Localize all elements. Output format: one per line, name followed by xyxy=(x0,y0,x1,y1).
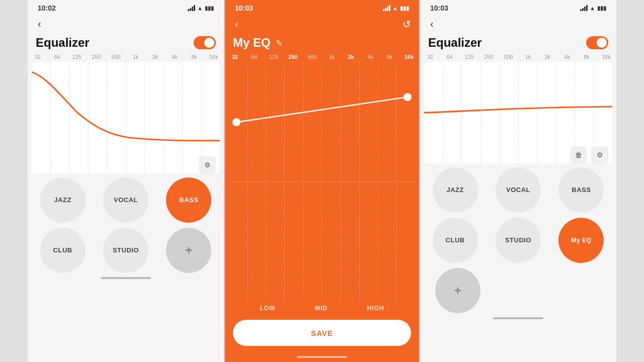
page-title-3: Equalizer xyxy=(428,36,482,50)
page-title-2: My EQ xyxy=(233,36,271,50)
status-icons-3: ▲ ▮▮▮ xyxy=(580,5,606,12)
battery-icon-2: ▮▮▮ xyxy=(400,5,409,12)
home-indicator-3 xyxy=(420,313,616,323)
nav-bar-2: ‹ ↺ xyxy=(225,14,419,36)
preset-bass-1[interactable]: BASS xyxy=(166,177,211,223)
status-time-2: 10:03 xyxy=(235,4,253,12)
battery-icon-1: ▮▮▮ xyxy=(205,5,214,12)
preset-club-1[interactable]: CLUB xyxy=(40,228,86,273)
status-bar-3: 10:03 ▲ ▮▮▮ xyxy=(420,0,616,14)
nav-bar-1: ‹ xyxy=(28,14,224,36)
reset-button-2[interactable]: ↺ xyxy=(403,18,411,30)
eq-chart-2[interactable] xyxy=(229,62,415,301)
center-line-2 xyxy=(229,182,415,182)
status-icons-2: ▲ ▮▮▮ xyxy=(383,5,409,12)
eq-mid-label: MID xyxy=(315,305,328,312)
save-area-2: SAVE xyxy=(225,316,419,352)
eq-high-label: HIGH xyxy=(367,305,384,312)
home-bar-2 xyxy=(297,356,347,358)
wifi-icon-3: ▲ xyxy=(590,5,595,11)
chart-grid-1 xyxy=(32,62,220,173)
wifi-icon-1: ▲ xyxy=(197,5,203,11)
home-indicator-1 xyxy=(28,273,224,283)
status-time-1: 10:02 xyxy=(38,4,56,12)
presets-area-3: JAZZ VOCAL BASS CLUB STUDIO My EQ + xyxy=(420,163,616,313)
home-bar-3 xyxy=(493,317,543,319)
signal-icon-3 xyxy=(580,5,588,11)
battery-icon-3: ▮▮▮ xyxy=(597,5,606,12)
add-preset-button-1[interactable]: + xyxy=(166,228,211,273)
presets-row1-1: JAZZ VOCAL BASS xyxy=(34,177,218,223)
eq-chart-3[interactable]: 🗑 ⚙ xyxy=(424,62,612,163)
eq-labels-2: LOW MID HIGH xyxy=(225,301,419,316)
screen2: 10:03 ▲ ▮▮▮ ‹ ↺ My EQ ✎ 32 64 125 250 50… xyxy=(224,0,420,362)
home-bar-1 xyxy=(101,277,151,279)
status-bar-1: 10:02 ▲ ▮▮▮ xyxy=(28,0,224,14)
eq-chart-1[interactable]: ⚙ xyxy=(32,62,220,173)
screen3: 10:03 ▲ ▮▮▮ ‹ Equalizer 32 64 125 250 50… xyxy=(420,0,616,362)
preset-jazz-1[interactable]: JAZZ xyxy=(40,177,86,223)
status-bar-2: 10:03 ▲ ▮▮▮ xyxy=(225,0,419,14)
freq-labels-2: 32 64 125 250 500 1k 2k 4k 8k 16k xyxy=(225,54,419,60)
presets-row2-3: CLUB STUDIO My EQ xyxy=(426,218,610,263)
back-button-3[interactable]: ‹ xyxy=(428,16,436,32)
back-button-1[interactable]: ‹ xyxy=(36,16,43,32)
chart-grid-3 xyxy=(424,62,612,163)
preset-bass-3[interactable]: BASS xyxy=(558,167,604,213)
nav-bar-3: ‹ xyxy=(420,14,616,36)
presets-row1-3: JAZZ VOCAL BASS xyxy=(426,167,610,213)
equalizer-toggle-3[interactable] xyxy=(586,36,608,49)
page-title-1: Equalizer xyxy=(36,36,90,50)
presets-row3-3: + xyxy=(426,268,610,313)
preset-studio-3[interactable]: STUDIO xyxy=(496,218,541,263)
presets-area-1: JAZZ VOCAL BASS CLUB STUDIO + xyxy=(28,173,224,273)
presets-row2-1: CLUB STUDIO + xyxy=(34,228,218,273)
equalizer-toggle-1[interactable] xyxy=(194,36,216,49)
edit-icon-2[interactable]: ✎ xyxy=(276,38,282,48)
preset-vocal-3[interactable]: VOCAL xyxy=(496,167,541,213)
freq-labels-1: 32 64 125 250 500 1k 2k 4k 8k 16k xyxy=(28,54,224,60)
screen1: 10:02 ▲ ▮▮▮ ‹ Equalizer 32 64 125 250 50… xyxy=(28,0,224,362)
wifi-icon-2: ▲ xyxy=(392,5,398,11)
preset-jazz-3[interactable]: JAZZ xyxy=(433,167,478,213)
status-icons-1: ▲ ▮▮▮ xyxy=(188,5,214,12)
home-indicator-2 xyxy=(225,352,419,362)
preset-studio-1[interactable]: STUDIO xyxy=(103,228,148,273)
add-preset-button-3[interactable]: + xyxy=(435,268,480,313)
eq-low-label: LOW xyxy=(260,305,275,312)
signal-icon-1 xyxy=(188,5,195,11)
freq-labels-3: 32 64 125 250 500 1k 2k 4k 8k 16k xyxy=(420,54,616,60)
save-button-2[interactable]: SAVE xyxy=(233,320,411,346)
preset-club-3[interactable]: CLUB xyxy=(433,218,478,263)
back-button-2[interactable]: ‹ xyxy=(233,16,240,32)
signal-icon-2 xyxy=(383,5,390,11)
status-time-3: 10:03 xyxy=(430,4,448,12)
preset-vocal-1[interactable]: VOCAL xyxy=(103,177,148,223)
preset-myeq-3[interactable]: My EQ xyxy=(558,218,604,263)
